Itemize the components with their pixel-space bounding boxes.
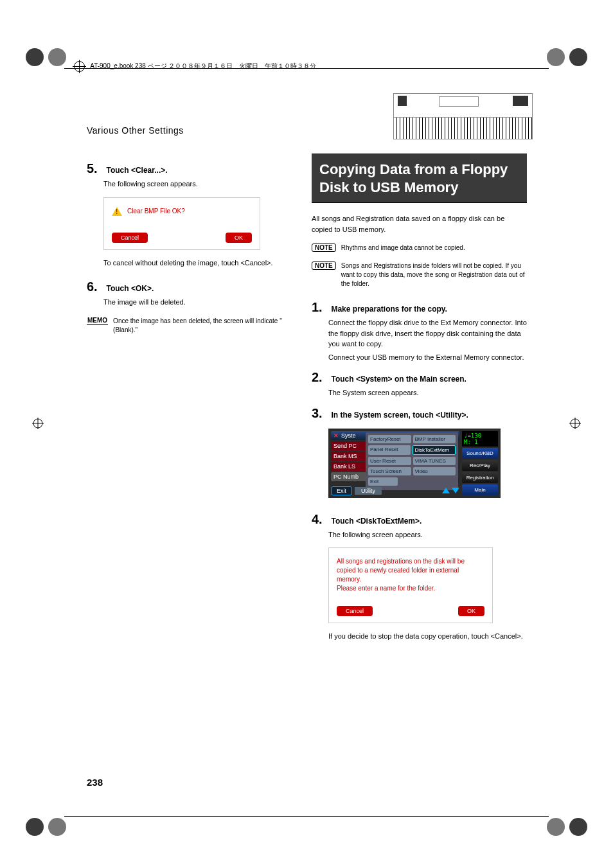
step-4-text: The following screen appears. — [328, 529, 527, 540]
menu-item[interactable]: Video — [413, 467, 456, 475]
step-3-number: 3. — [312, 406, 328, 421]
step-4-after: If you decide to stop the data copy oper… — [328, 631, 527, 642]
header-info: AT-900_e.book 238 ページ ２００８年９月１６日 火曜日 午前１… — [74, 61, 316, 72]
step-4-heading: Touch <DiskToExtMem>. — [331, 517, 422, 526]
sys-tab[interactable]: Send PC — [331, 441, 367, 450]
dialog-message: Clear BMP File OK? — [127, 208, 185, 215]
feature-intro: All songs and Registration data saved on… — [312, 213, 527, 235]
crop-line — [64, 816, 549, 817]
note-badge: NOTE — [312, 261, 336, 270]
menu-item[interactable]: User Reset — [368, 457, 411, 465]
menu-item[interactable]: Touch Screen — [368, 467, 411, 475]
menu-item[interactable]: VIMA TUNES — [413, 457, 456, 465]
section-header: Various Other Settings — [87, 125, 527, 136]
step-1-text-2: Connect your USB memory to the External … — [328, 352, 527, 363]
cancel-button[interactable]: Cancel — [112, 233, 148, 243]
right-column: Copying Data from a Floppy Disk to USB M… — [312, 154, 527, 642]
ok-button[interactable]: OK — [226, 233, 252, 243]
tempo-display: ♩=130 M: 1 — [462, 431, 498, 447]
step-4-number: 4. — [312, 512, 328, 527]
warning-icon — [112, 207, 122, 216]
cancel-button[interactable]: Cancel — [337, 606, 373, 616]
crop-mark — [569, 818, 587, 836]
step-2-text: The System screen appears. — [328, 387, 527, 398]
side-button[interactable]: Sound/KBD — [462, 448, 498, 459]
side-button-main[interactable]: Main — [462, 484, 498, 495]
down-arrow-icon[interactable] — [452, 488, 459, 493]
step-6-number: 6. — [87, 279, 103, 294]
crop-mark — [26, 818, 44, 836]
note-2-text: Songs and Registrations inside folders w… — [341, 261, 527, 288]
footer-utility-label: Utility — [355, 487, 382, 495]
disk-to-ext-dialog: All songs and registrations on the disk … — [328, 547, 493, 623]
step-5-number: 5. — [87, 161, 103, 176]
sys-tab[interactable]: Bank LS — [331, 462, 367, 471]
sys-title: Syste — [341, 432, 356, 439]
crop-mark — [48, 48, 66, 66]
menu-exit[interactable]: Exit — [368, 477, 398, 486]
crop-mark — [48, 818, 66, 836]
footer-exit-button[interactable]: Exit — [331, 486, 352, 495]
menu-item[interactable]: FactoryReset — [368, 435, 411, 443]
note-1-text: Rhythms and image data cannot be copied. — [341, 244, 465, 252]
ok-button[interactable]: OK — [458, 606, 484, 616]
crop-mark — [26, 48, 44, 66]
memo-text: Once the image has been deleted, the scr… — [113, 317, 292, 335]
registration-mark-icon — [74, 61, 85, 72]
step-2-number: 2. — [312, 370, 328, 385]
dialog-message: All songs and registrations on the disk … — [337, 557, 484, 593]
system-screen-figure: ✕Syste Send PC Bank MS Bank LS PC Numb F… — [328, 429, 501, 498]
crop-mark — [547, 48, 565, 66]
clear-bmp-dialog: Clear BMP File OK? Cancel OK — [103, 197, 260, 250]
step-2-heading: Touch <System> on the Main screen. — [331, 375, 466, 384]
note-badge: NOTE — [312, 244, 336, 252]
step-1-text-1: Connect the floppy disk drive to the Ext… — [328, 317, 527, 350]
step-5-text: The following screen appears. — [103, 179, 292, 190]
close-icon[interactable]: ✕ — [333, 432, 339, 439]
menu-item[interactable]: BMP Installer — [413, 435, 456, 443]
page-number: 238 — [87, 777, 103, 788]
registration-mark — [569, 418, 581, 429]
up-arrow-icon[interactable] — [442, 488, 450, 493]
utility-menu: FactoryResetBMP Installer Panel ResetDis… — [366, 432, 458, 490]
side-button[interactable]: Registration — [462, 472, 498, 483]
menu-item-disk-to-ext-mem[interactable]: DiskToExtMem — [413, 445, 456, 455]
sys-tab[interactable]: PC Numb — [331, 472, 367, 481]
crop-mark — [547, 818, 565, 836]
memo-badge: MEMO — [87, 317, 108, 325]
step-6-heading: Touch <OK>. — [106, 284, 154, 293]
step-1-heading: Make preparations for the copy. — [331, 305, 447, 314]
step-5-after: To cancel without deleting the image, to… — [103, 258, 292, 269]
crop-mark — [569, 48, 587, 66]
step-1-number: 1. — [312, 300, 328, 315]
feature-title: Copying Data from a Floppy Disk to USB M… — [312, 154, 527, 203]
sys-tab[interactable]: Bank MS — [331, 452, 367, 461]
step-5-heading: Touch <Clear...>. — [106, 166, 167, 175]
left-column: 5. Touch <Clear...>. The following scree… — [87, 154, 292, 335]
step-6-text: The image will be deleted. — [103, 297, 292, 308]
menu-item[interactable]: Panel Reset — [368, 445, 411, 455]
step-3-heading: In the System screen, touch <Utility>. — [331, 411, 468, 420]
side-button[interactable]: Rec/Play — [462, 460, 498, 471]
registration-mark — [32, 418, 44, 429]
header-text: AT-900_e.book 238 ページ ２００８年９月１６日 火曜日 午前１… — [90, 62, 316, 69]
